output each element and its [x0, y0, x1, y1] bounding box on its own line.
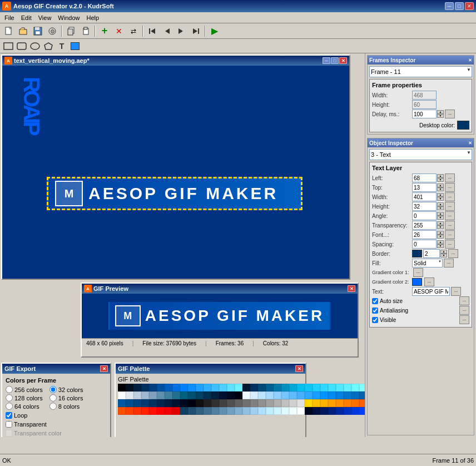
obj-spacing-arrow[interactable]: ···: [445, 240, 455, 249]
palette-cell[interactable]: [297, 384, 305, 391]
palette-cell[interactable]: [133, 407, 141, 415]
rectangle-tool[interactable]: [2, 41, 14, 52]
obj-fill-arrow[interactable]: ···: [444, 259, 454, 267]
palette-cell[interactable]: [180, 407, 188, 415]
palette-cell[interactable]: [118, 407, 126, 415]
palette-cell[interactable]: [297, 399, 305, 407]
palette-cell[interactable]: [149, 391, 157, 399]
palette-cell[interactable]: [196, 391, 204, 399]
obj-height-arrow[interactable]: ···: [445, 202, 455, 211]
palette-cell[interactable]: [313, 391, 320, 399]
color-128-radio[interactable]: [6, 394, 13, 401]
obj-visible-arrow[interactable]: ···: [459, 315, 469, 324]
palette-cell[interactable]: [242, 399, 250, 407]
palette-cell[interactable]: [242, 384, 250, 391]
palette-cell[interactable]: [227, 384, 235, 391]
palette-cell[interactable]: [281, 407, 289, 415]
palette-cell[interactable]: [359, 407, 365, 415]
palette-cell[interactable]: [328, 399, 336, 407]
paste-button[interactable]: [79, 25, 92, 37]
obj-border-input[interactable]: [423, 249, 440, 258]
color-64-radio[interactable]: [6, 403, 13, 410]
palette-cell[interactable]: [196, 407, 204, 415]
obj-autosize-row[interactable]: Auto size ···: [372, 296, 469, 305]
palette-cell[interactable]: [250, 399, 258, 407]
obj-spacing-down[interactable]: ▼: [437, 244, 444, 248]
obj-font-input[interactable]: [412, 230, 437, 239]
obj-left-up[interactable]: ▲: [437, 174, 444, 178]
obj-border-color-swatch[interactable]: [412, 250, 422, 257]
obj-transparency-input[interactable]: [412, 221, 437, 230]
copy-button[interactable]: [65, 25, 78, 37]
palette-cell[interactable]: [133, 391, 141, 399]
play-button[interactable]: ▶: [208, 25, 221, 37]
palette-cell[interactable]: [126, 384, 133, 391]
open-button[interactable]: [17, 25, 30, 37]
animation-minimize[interactable]: ─: [323, 57, 330, 64]
palette-cell[interactable]: [149, 384, 157, 391]
palette-cell[interactable]: [157, 399, 165, 407]
frame-select[interactable]: Frame - 11: [369, 66, 472, 77]
palette-cell[interactable]: [359, 384, 365, 391]
frame-delay-down[interactable]: ▼: [437, 114, 444, 118]
obj-font-down[interactable]: ▼: [437, 235, 444, 239]
palette-cell[interactable]: [204, 407, 211, 415]
text-tool[interactable]: T: [56, 41, 68, 52]
transparent-checkbox[interactable]: [6, 421, 12, 428]
minimize-button[interactable]: ─: [445, 2, 454, 10]
obj-text-input[interactable]: [412, 287, 450, 296]
palette-cell[interactable]: [274, 407, 281, 415]
obj-text-arrow[interactable]: ···: [451, 287, 461, 296]
obj-top-up[interactable]: ▲: [437, 184, 444, 187]
frame-select-wrapper[interactable]: Frame - 11: [369, 66, 472, 77]
palette-cell[interactable]: [172, 407, 180, 415]
first-frame-button[interactable]: [146, 25, 159, 37]
palette-cell[interactable]: [320, 384, 328, 391]
palette-cell[interactable]: [227, 399, 235, 407]
palette-cell[interactable]: [235, 407, 242, 415]
menu-view[interactable]: View: [35, 13, 55, 22]
palette-cell[interactable]: [336, 391, 344, 399]
palette-cell[interactable]: [297, 391, 305, 399]
palette-cell[interactable]: [351, 391, 359, 399]
frame-width-input[interactable]: [412, 91, 437, 100]
palette-cell[interactable]: [211, 384, 219, 391]
palette-cell[interactable]: [204, 391, 211, 399]
palette-cell[interactable]: [157, 407, 165, 415]
palette-cell[interactable]: [235, 399, 242, 407]
palette-cell[interactable]: [157, 384, 165, 391]
palette-cell[interactable]: [297, 407, 305, 415]
object-select[interactable]: 3 - Text: [369, 149, 472, 160]
palette-cell[interactable]: [141, 407, 149, 415]
delete-frame-button[interactable]: ✕: [112, 25, 126, 37]
palette-cell[interactable]: [172, 391, 180, 399]
transparent-option[interactable]: Transparent: [6, 421, 107, 428]
palette-cell[interactable]: [320, 399, 328, 407]
palette-cell[interactable]: [305, 384, 313, 391]
obj-antialiasing-row[interactable]: Antialiasing ···: [372, 306, 469, 315]
obj-autosize-checkbox[interactable]: [372, 298, 378, 304]
obj-visible-checkbox[interactable]: [372, 317, 378, 323]
color-32-option[interactable]: 32 colors: [49, 386, 83, 393]
palette-cell[interactable]: [250, 384, 258, 391]
color-16-option[interactable]: 16 colors: [49, 394, 83, 401]
obj-left-down[interactable]: ▼: [437, 178, 444, 182]
palette-cell[interactable]: [274, 399, 281, 407]
palette-cell[interactable]: [196, 384, 204, 391]
palette-cell[interactable]: [336, 399, 344, 407]
palette-cell[interactable]: [133, 384, 141, 391]
obj-height-up[interactable]: ▲: [437, 202, 444, 206]
menu-file[interactable]: File: [1, 13, 18, 22]
obj-angle-up[interactable]: ▲: [437, 212, 444, 216]
palette-cell[interactable]: [141, 384, 149, 391]
palette-cell[interactable]: [227, 407, 235, 415]
palette-cell[interactable]: [351, 407, 359, 415]
obj-angle-down[interactable]: ▼: [437, 216, 444, 220]
palette-cell[interactable]: [313, 399, 320, 407]
palette-cell[interactable]: [188, 391, 196, 399]
object-inspector-close[interactable]: ✕: [468, 141, 472, 146]
palette-cell[interactable]: [289, 391, 297, 399]
palette-cell[interactable]: [227, 391, 235, 399]
obj-autosize-arrow[interactable]: ···: [459, 296, 469, 305]
rounded-rect-tool[interactable]: [16, 41, 28, 52]
